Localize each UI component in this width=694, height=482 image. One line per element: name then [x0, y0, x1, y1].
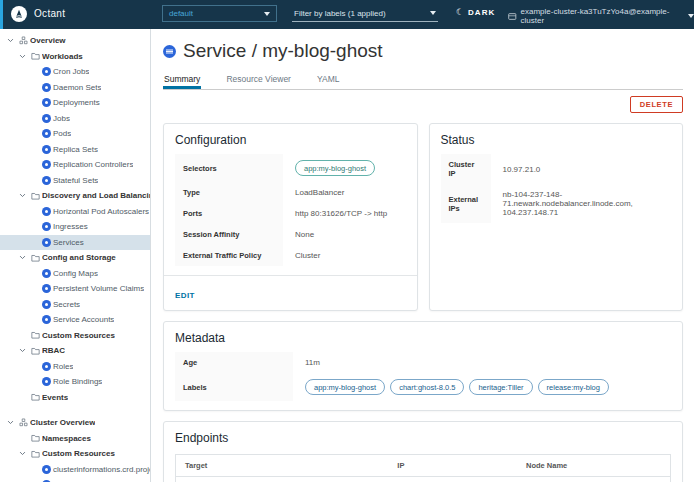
chevron-down-icon[interactable] [16, 192, 29, 199]
sidebar-nav: OverviewWorkloadsCron JobsDaemon SetsDep… [0, 29, 151, 482]
row-label: External Traffic Policy [175, 245, 283, 266]
chevron-down-icon[interactable] [16, 254, 29, 261]
metadata-card: Metadata Age11mLabelsapp:my-blog-ghostch… [163, 321, 683, 411]
sidebar-item-services[interactable]: Services [0, 235, 150, 251]
summary-row-type: TypeLoadBalancer [175, 182, 406, 203]
delete-button[interactable]: DELETE [630, 96, 683, 113]
resource-icon [40, 83, 53, 92]
endpoints-card: Endpoints TargetIPNode Name my-blog-ghos… [163, 421, 683, 482]
sidebar-item-label: Stateful Sets [53, 176, 98, 185]
sidebar-item-label: Secrets [53, 300, 80, 309]
chevron-down-icon[interactable] [16, 347, 29, 354]
sidebar-item-label: Discovery and Load Balancing [42, 191, 150, 200]
sidebar-item-replica-sets[interactable]: Replica Sets [0, 142, 150, 158]
main-content: Service / my-blog-ghost SummaryResource … [152, 29, 694, 482]
resource-icon [40, 114, 53, 123]
summary-row-external-traffic-policy: External Traffic PolicyCluster [175, 245, 406, 266]
sidebar-item-label: Events [42, 393, 68, 402]
cell-node-name: example-cluster-node-2 [517, 477, 670, 482]
sidebar-item-ingresses[interactable]: Ingresses [0, 219, 150, 235]
row-value: app:my-blog-ghostchart:ghost-8.0.5herita… [293, 373, 671, 401]
endpoints-card-title: Endpoints [164, 422, 682, 452]
sidebar-item-secrets[interactable]: Secrets [0, 297, 150, 313]
metadata-card-title: Metadata [164, 322, 682, 352]
sidebar-item-events[interactable]: Events [0, 390, 150, 406]
sidebar-item-label: Namespaces [42, 434, 91, 443]
folder-icon [29, 52, 42, 60]
octant-logo-icon[interactable] [11, 6, 27, 22]
label-filter-input[interactable]: Filter by labels (1 applied) [292, 5, 438, 22]
sidebar-item-discovery-and-load-balancing[interactable]: Discovery and Load Balancing [0, 188, 150, 204]
sidebar-item-label: Config Maps [53, 269, 98, 278]
tab-yaml[interactable]: YAML [316, 71, 341, 89]
sidebar-item-label: Cron Jobs [53, 67, 89, 76]
sidebar-item-roles[interactable]: Roles [0, 359, 150, 375]
summary-row-session-affinity: Session AffinityNone [175, 224, 406, 245]
sidebar-item-horizontal-pod-autoscalers[interactable]: Horizontal Pod Autoscalers [0, 204, 150, 220]
sidebar-item-namespaces[interactable]: Namespaces [0, 431, 150, 447]
sidebar-item-overview[interactable]: Overview [0, 33, 150, 49]
sidebar-item-persistent-volume-claims[interactable]: Persistent Volume Claims [0, 281, 150, 297]
row-label: Ports [175, 203, 283, 224]
sidebar-item-config-maps[interactable]: Config Maps [0, 266, 150, 282]
status-card: Status Cluster IP10.97.21.0External IPsn… [429, 123, 684, 311]
edit-link[interactable]: EDIT [175, 291, 195, 300]
sidebar-item-label: Horizontal Pod Autoscalers [53, 207, 149, 216]
tab-resource-viewer[interactable]: Resource Viewer [225, 71, 292, 89]
cell-target: my-blog-ghost-77df85c6cd-vf6dx [176, 477, 389, 482]
sidebar-item-csidrivers-csi-storage-k8s-io[interactable]: csidrivers.csi.storage.k8s.io [0, 477, 150, 482]
sidebar-item-label: Deployments [53, 98, 100, 107]
chevron-down-icon[interactable] [4, 419, 17, 426]
sidebar-item-daemon-sets[interactable]: Daemon Sets [0, 80, 150, 96]
summary-row-cluster-ip: Cluster IP10.97.21.0 [441, 154, 672, 184]
folder-icon [29, 393, 42, 401]
sidebar-item-custom-resources[interactable]: Custom Resources [0, 328, 150, 344]
sidebar-item-service-accounts[interactable]: Service Accounts [0, 312, 150, 328]
sidebar-item-replication-controllers[interactable]: Replication Controllers [0, 157, 150, 173]
endpoints-table: TargetIPNode Name my-blog-ghost-77df85c6… [175, 454, 671, 482]
sidebar-item-workloads[interactable]: Workloads [0, 49, 150, 65]
context-switcher[interactable]: example-cluster-ka3TuTzYo4a@example-clus… [508, 7, 694, 25]
theme-toggle-label: DARK [468, 8, 495, 17]
chevron-down-icon[interactable] [4, 37, 17, 44]
summary-row-selectors: Selectorsapp:my-blog-ghost [175, 154, 406, 182]
sidebar-item-stateful-sets[interactable]: Stateful Sets [0, 173, 150, 189]
sidebar-item-label: Persistent Volume Claims [53, 284, 144, 293]
chevron-down-icon[interactable] [16, 450, 29, 457]
row-value: 10.97.21.0 [491, 154, 672, 184]
sidebar-item-custom-resources[interactable]: Custom Resources [0, 446, 150, 462]
sidebar-item-cluster-overview[interactable]: Cluster Overview [0, 415, 150, 431]
context-label: example-cluster-ka3TuTzYo4a@example-clus… [521, 7, 684, 25]
resource-icon [40, 238, 53, 247]
row-value: LoadBalancer [283, 182, 406, 203]
sidebar-item-label: Cluster Overview [30, 418, 95, 427]
sidebar-item-pods[interactable]: Pods [0, 126, 150, 142]
row-label: External IPs [441, 184, 491, 223]
sidebar-item-label: Role Bindings [53, 377, 102, 386]
sidebar-item-label: Roles [53, 362, 73, 371]
action-row: DELETE [163, 96, 683, 113]
resource-icon [40, 160, 53, 169]
sidebar-item-label: Pods [53, 129, 71, 138]
chevron-down-icon [688, 14, 694, 18]
resource-icon [40, 465, 53, 474]
row-label: Session Affinity [175, 224, 283, 245]
sidebar-item-clusterinformations-crd-projec[interactable]: clusterinformations.crd.projec [0, 462, 150, 478]
sidebar-item-label: Service Accounts [53, 315, 114, 324]
sidebar-item-label: Ingresses [53, 222, 88, 231]
resource-icon [40, 222, 53, 231]
row-label: Age [175, 352, 293, 373]
sidebar-item-deployments[interactable]: Deployments [0, 95, 150, 111]
label-tag: app:my-blog-ghost [305, 379, 385, 395]
sidebar-item-cron-jobs[interactable]: Cron Jobs [0, 64, 150, 80]
sidebar-item-jobs[interactable]: Jobs [0, 111, 150, 127]
namespace-select[interactable]: default [162, 5, 277, 22]
sidebar-item-rbac[interactable]: RBAC [0, 343, 150, 359]
theme-toggle[interactable]: ☾ DARK [456, 7, 495, 17]
moon-icon: ☾ [456, 7, 464, 17]
tab-summary[interactable]: Summary [163, 71, 201, 89]
service-resource-icon [163, 45, 176, 58]
sidebar-item-role-bindings[interactable]: Role Bindings [0, 374, 150, 390]
sidebar-item-config-and-storage[interactable]: Config and Storage [0, 250, 150, 266]
chevron-down-icon[interactable] [16, 53, 29, 60]
